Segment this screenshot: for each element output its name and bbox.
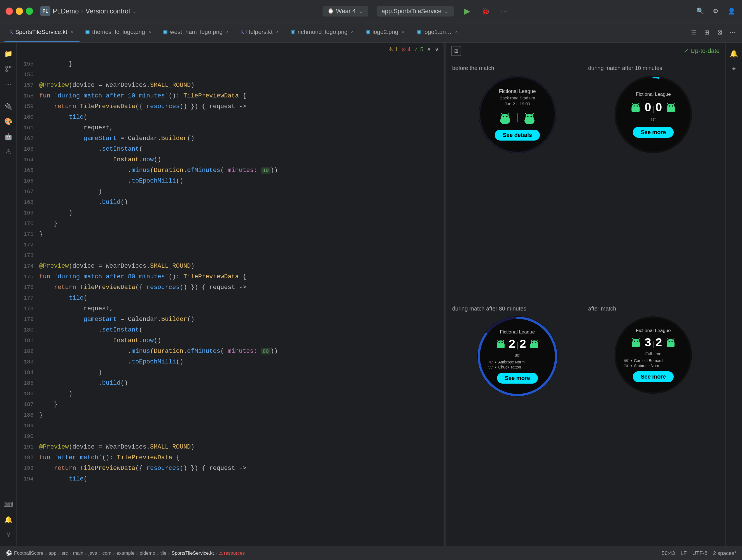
- svg-line-20: [532, 113, 533, 114]
- code-line-162: 162 gameStart = Calendar.Builder(): [17, 133, 443, 144]
- brand-logo: PL: [40, 6, 50, 16]
- see-more-during10-button[interactable]: See more: [633, 127, 674, 138]
- cursor-position[interactable]: 56:43: [661, 550, 675, 556]
- tab-img-icon: ▣: [365, 29, 370, 35]
- tab-close-helpers[interactable]: ×: [275, 30, 280, 35]
- code-line-184: 184 ): [17, 367, 443, 378]
- sidebar-android-icon[interactable]: 🤖: [2, 130, 15, 143]
- editor-divider[interactable]: [443, 43, 445, 546]
- settings-icon[interactable]: ⚙: [711, 6, 721, 16]
- score-away-during10: 0: [655, 101, 662, 114]
- more-options-button[interactable]: ⋯: [499, 6, 509, 16]
- tab-richmond-logo[interactable]: ▣ richmond_logo.png ×: [285, 22, 360, 42]
- debug-button[interactable]: 🐞: [481, 6, 491, 16]
- minimize-button[interactable]: [16, 8, 23, 15]
- sidebar-terminal-icon[interactable]: ⌨: [2, 498, 15, 511]
- statusbar-right: 56:43 LF UTF-8 2 spaces*: [661, 550, 736, 556]
- sidebar-right: 🔔 ✦: [725, 43, 742, 546]
- encoding[interactable]: UTF-8: [692, 550, 707, 556]
- watch-content-during10: Fictional League 0: [614, 75, 692, 154]
- sidebar-git2-icon[interactable]: ⑂: [2, 528, 15, 542]
- tab-close-logo1[interactable]: ×: [454, 30, 459, 35]
- code-line-190: 190: [17, 431, 443, 442]
- tab-helpers[interactable]: K Helpers.kt ×: [235, 22, 285, 42]
- tab-close-themes[interactable]: ×: [147, 30, 152, 35]
- score-during80: 2 | 2: [509, 337, 526, 351]
- sidebar-warning-icon[interactable]: ⚠: [2, 145, 15, 158]
- code-line-178: 178 request,: [17, 304, 443, 314]
- code-line-167: 167 ): [17, 187, 443, 197]
- watch-teams-before: [498, 111, 536, 124]
- code-area[interactable]: 155 } 156 157 @Preview(device = WearDevi…: [17, 56, 443, 546]
- scorer-name-0: Ambrose Norm: [498, 360, 524, 364]
- service-selector[interactable]: app.SportsTileService ⌄: [377, 6, 454, 16]
- maximize-button[interactable]: [26, 8, 33, 15]
- score-during10: 0 | 0: [645, 101, 662, 114]
- preview-toggle-icon[interactable]: ⊞: [451, 46, 461, 56]
- tab-themes-fc-logo[interactable]: ▣ themes_fc_logo.png ×: [80, 22, 157, 42]
- code-line-176: 176 return TilePreviewData({ resources()…: [17, 282, 443, 293]
- find-icon[interactable]: 🔍: [695, 6, 705, 16]
- scorers-during80: 70' ● Ambrose Norm 55' ● Chuck Tatton: [477, 359, 558, 370]
- code-line-185: 185 .build(): [17, 378, 443, 389]
- svg-line-59: [633, 339, 634, 340]
- statusbar-breadcrumb: ⚽ FootballScore › app › src › main › jav…: [6, 550, 245, 556]
- tab-kotlin-icon: K: [241, 29, 244, 35]
- team-icon-home-after: [630, 337, 642, 348]
- svg-point-0: [6, 66, 8, 68]
- score-sep-after: |: [652, 339, 654, 348]
- sidebar-notifications-icon[interactable]: 🔔: [2, 513, 15, 526]
- scorer-after-min-1: 70': [621, 364, 629, 368]
- tab-sportsTileService[interactable]: K SportsTileService.kt ×: [4, 22, 80, 42]
- tab-close-logo2[interactable]: ×: [401, 30, 406, 35]
- tab-close-sportsTileService[interactable]: ×: [69, 30, 74, 35]
- tab-close-richmond[interactable]: ×: [350, 30, 355, 35]
- indent-setting[interactable]: 2 spaces*: [713, 550, 736, 556]
- app-name: PLDemo: [53, 7, 79, 15]
- see-more-after-button[interactable]: See more: [633, 371, 674, 382]
- scorer-after-dot-1: ●: [630, 364, 632, 367]
- card-label-before: before the match: [452, 65, 583, 71]
- see-details-button[interactable]: See details: [495, 130, 540, 141]
- tab-logo2[interactable]: ▣ logo2.png ×: [360, 22, 411, 42]
- tab-west-ham-logo[interactable]: ▣ west_ham_logo.png ×: [158, 22, 235, 42]
- tab-close-westham[interactable]: ×: [225, 30, 230, 35]
- sidebar-palette-icon[interactable]: 🎨: [2, 115, 15, 128]
- code-line-187: 187 }: [17, 399, 443, 410]
- account-icon[interactable]: 👤: [726, 6, 736, 16]
- expand-icon[interactable]: ∧: [427, 46, 431, 53]
- more-tabs-icon[interactable]: ⋯: [728, 28, 738, 38]
- tab-kotlin-icon: K: [9, 29, 13, 35]
- titlebar-center: ⌚ Wear 4 ⌄ app.SportsTileService ⌄ ▶ 🐞 ⋯: [142, 6, 690, 16]
- run-button[interactable]: ▶: [462, 6, 472, 16]
- score-home-during10: 0: [645, 101, 651, 114]
- sidebar-right-notifications-icon[interactable]: 🔔: [727, 47, 741, 60]
- code-line-165: 165 .minus(Duration.ofMinutes( minutes: …: [17, 165, 443, 176]
- svg-point-57: [634, 341, 635, 342]
- svg-line-11: [508, 113, 509, 114]
- sidebar-file-icon[interactable]: 📁: [2, 47, 15, 60]
- sidebar-plugins-icon[interactable]: 🔌: [2, 100, 15, 113]
- split-editor-icon[interactable]: ⊞: [702, 28, 712, 38]
- breadcrumb-warning-icon: ⚽: [6, 550, 12, 556]
- line-ending[interactable]: LF: [681, 550, 687, 556]
- team-icon-away-after: [665, 337, 677, 348]
- tab-logo1[interactable]: ▣ logo1.pn… ×: [411, 22, 464, 42]
- sidebar-right-ai-icon[interactable]: ✦: [727, 62, 741, 75]
- code-line-172: 172: [17, 240, 443, 250]
- vcs-label[interactable]: Version control: [86, 7, 130, 15]
- sidebar-git-icon[interactable]: [2, 62, 15, 75]
- vcs-chevron-icon: ⌄: [132, 8, 137, 14]
- close-all-tabs-icon[interactable]: ⊠: [714, 28, 725, 38]
- code-line-183: 183 .toEpochMilli(): [17, 357, 443, 367]
- tab-list-icon[interactable]: ☰: [689, 28, 699, 38]
- watch-icon: ⌚: [328, 8, 334, 14]
- close-button[interactable]: [6, 8, 13, 15]
- titlebar-right: 🔍 ⚙ 👤: [695, 6, 736, 16]
- collapse-icon[interactable]: ∨: [434, 46, 439, 53]
- svg-line-46: [503, 340, 504, 341]
- svg-line-36: [667, 103, 668, 104]
- sidebar-more-icon[interactable]: ⋯: [2, 77, 15, 91]
- device-selector[interactable]: ⌚ Wear 4 ⌄: [323, 6, 368, 16]
- see-more-during80-button[interactable]: See more: [497, 373, 538, 384]
